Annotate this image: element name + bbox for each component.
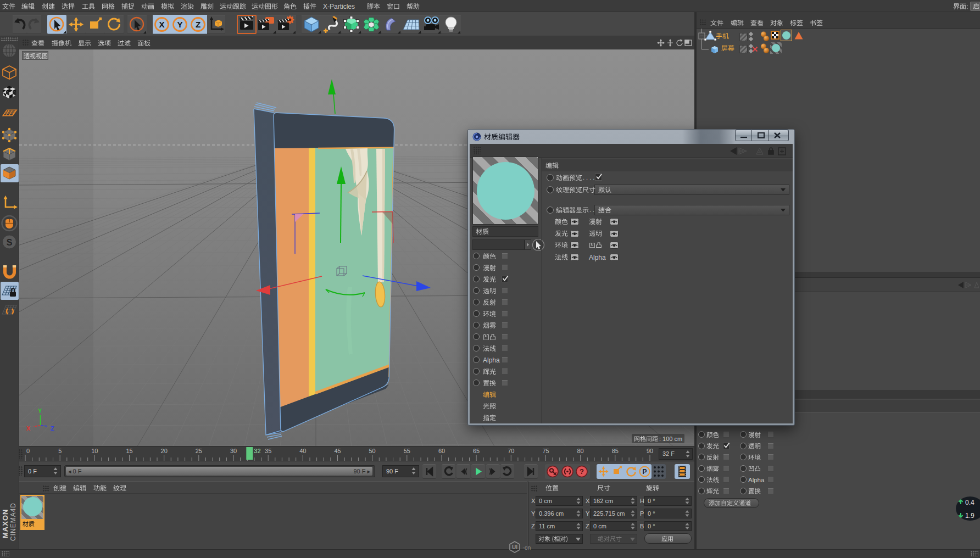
svg-text:60: 60 — [438, 448, 445, 454]
svg-text:5: 5 — [58, 448, 62, 454]
svg-text:Y: Y — [177, 20, 182, 29]
svg-text:1.9: 1.9 — [965, 512, 975, 520]
svg-text:Y: Y — [38, 408, 42, 414]
svg-text:0: 0 — [26, 448, 30, 454]
svg-text:32: 32 — [254, 448, 260, 454]
svg-text:Z: Z — [51, 425, 54, 432]
svg-text:Z: Z — [196, 20, 201, 29]
svg-text:X: X — [159, 20, 164, 29]
svg-text:20: 20 — [161, 448, 168, 454]
svg-text:P: P — [642, 468, 647, 476]
svg-text:25: 25 — [196, 448, 202, 454]
svg-text:80: 80 — [577, 448, 583, 454]
svg-text:S: S — [7, 238, 13, 247]
svg-text:UI: UI — [512, 544, 517, 550]
svg-text:70: 70 — [508, 448, 514, 454]
svg-text:40: 40 — [299, 448, 306, 454]
svg-text:55: 55 — [404, 448, 410, 454]
svg-text:75: 75 — [542, 448, 549, 454]
svg-text:30: 30 — [230, 448, 237, 454]
svg-text:?: ? — [580, 467, 584, 476]
svg-text:65: 65 — [473, 448, 480, 454]
svg-text:0.4: 0.4 — [965, 499, 975, 506]
svg-text:X: X — [26, 425, 31, 432]
svg-text:15: 15 — [126, 448, 132, 454]
svg-text:50: 50 — [369, 448, 375, 454]
svg-text:·cn: ·cn — [522, 544, 531, 551]
svg-text:35: 35 — [265, 448, 271, 454]
svg-text:85: 85 — [612, 448, 619, 454]
svg-text:90: 90 — [647, 448, 653, 454]
svg-text:10: 10 — [91, 448, 98, 454]
svg-text:45: 45 — [334, 448, 341, 454]
